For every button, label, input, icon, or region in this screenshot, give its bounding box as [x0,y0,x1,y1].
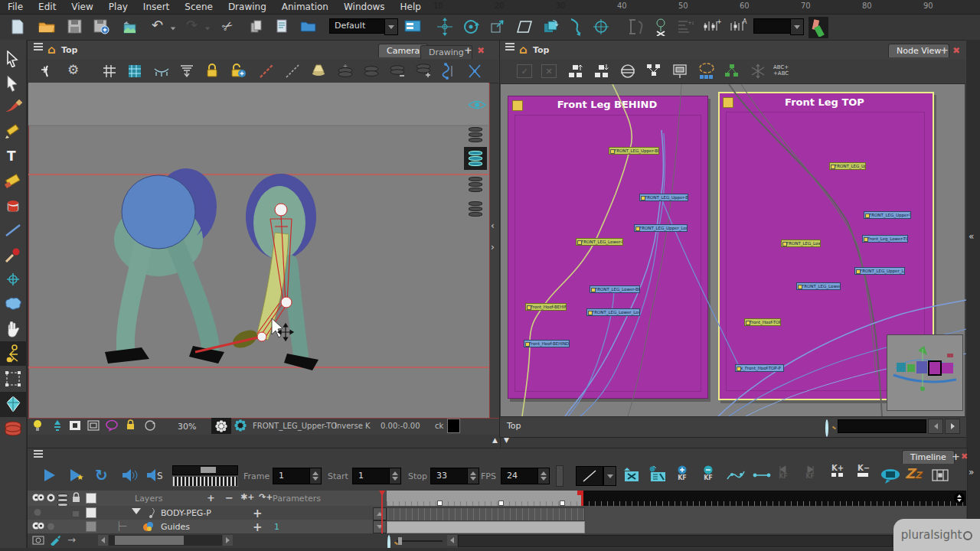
layers-hscroll-right-button[interactable] [223,535,233,546]
tools-manager-icon[interactable] [628,18,645,35]
node-add-view-button[interactable]: + [940,44,949,56]
interpolation-dropdown-arrow[interactable] [603,466,616,486]
save-button[interactable] [67,19,82,34]
show-hide-all-icon[interactable] [32,493,44,502]
colour-flower-icon[interactable] [234,419,247,432]
guides-colour-swatch[interactable] [86,521,96,532]
scene-marker-icon[interactable] [652,18,669,36]
layer-row-guides[interactable] [28,520,387,534]
node-front-hoof-top[interactable]: Front_Hoof-TOP [744,318,781,326]
eraser-tool-icon[interactable] [4,173,22,190]
node-front-leg-lower-lowpeg-behind[interactable]: FRONT_LEG_Lower_Low-Peg-BEHIND [586,308,640,316]
auto-render-toggle[interactable] [211,418,231,434]
render-play-button[interactable] [69,468,87,483]
expand-exposure-button[interactable]: K+ [830,465,845,478]
frame-mode-select[interactable] [753,18,792,34]
node-front-leg-lower-behind[interactable]: FRONT_LEG_Lower-BEHIND [576,238,623,246]
menu-edit[interactable]: Edit [31,1,64,13]
sound-toggle-button[interactable] [121,468,138,482]
segment-icon[interactable] [752,468,772,482]
layer-stack-add-icon[interactable] [337,63,354,78]
show-data-view-icon[interactable] [931,468,949,482]
tool-preset-select[interactable]: Default [329,18,390,34]
render-preview-icon[interactable] [32,419,43,432]
node-front-leg-upper-lowpeg-behind[interactable]: FRONT_LEG_Upper_Low-Peg-BEHIND [634,224,688,232]
node-navigator[interactable] [887,334,963,411]
panel-expand-right-icon[interactable]: › [491,242,495,253]
lock-all-icon[interactable] [71,492,81,504]
add-keyframe-icon[interactable] [40,64,55,79]
redo-button[interactable]: ↷ [186,17,198,33]
playhead[interactable] [381,491,383,533]
chat-overlay-icon[interactable] [106,419,119,432]
sub-node-tree-icon[interactable] [724,63,740,80]
element-stack-icon[interactable] [4,421,22,438]
loop-button[interactable]: ↻ [95,466,108,484]
stop-spinner-arrows[interactable] [467,468,479,484]
timeline-menu-icon[interactable] [34,450,43,452]
onion-skin-view-icon[interactable] [32,535,44,546]
onion-colour-all-swatch[interactable] [86,493,96,504]
layer-name-body-peg[interactable]: BODY-PEG-P [161,508,211,518]
rename-nodes-icon[interactable]: ABC++ABC [773,64,789,77]
camera-home-icon[interactable]: ⌂ [47,43,56,57]
timeline-close-view-button[interactable]: ✖ [961,452,968,461]
paint-tool-icon[interactable] [4,197,22,214]
camera-add-view-button[interactable]: + [464,44,472,56]
remove-keyframe-button[interactable]: KF [701,465,715,481]
node-breadcrumb[interactable]: Top [533,45,549,55]
node-front-leg-upper-top[interactable]: FRONT_LEG_Upper-TOP [829,162,866,170]
colour-override-icon[interactable] [808,17,828,38]
backdrop-lasso-icon[interactable] [697,62,716,80]
track-guides-exposure[interactable] [387,521,585,533]
add-peg-button[interactable]: ↷+ [259,492,273,502]
data-view-icon[interactable]: +a [677,18,694,35]
frame-spinner[interactable]: 1 [273,468,322,484]
frames-hscroll-left-button[interactable] [447,535,457,546]
previous-keyframe-button[interactable]: KF [776,465,790,480]
translate-tool-icon[interactable] [436,18,453,36]
brush-tool-icon[interactable] [4,99,22,116]
onion-skin-next-icon[interactable] [285,64,300,79]
menu-windows[interactable]: Windows [336,1,393,13]
body-peg-lock-icon[interactable] [71,507,80,517]
display-node-icon[interactable] [671,63,688,80]
layers-scroll-down-button[interactable] [373,520,387,533]
paint-mode-icon[interactable] [49,535,61,546]
align-view-icon[interactable] [179,64,194,79]
body-peg-colour-swatch[interactable] [86,507,96,518]
menu-play[interactable]: Play [101,1,136,13]
add-drawing-exposure-icon[interactable] [648,466,668,484]
fps-spinner-arrows[interactable] [537,468,549,484]
node-tree-icon[interactable] [645,63,662,80]
body-peg-visibility-icon[interactable] [32,508,43,517]
start-spinner-arrows[interactable] [389,468,400,484]
node-home-icon[interactable]: ⌂ [519,43,528,57]
add-drawing-layer-icon[interactable] [622,467,642,484]
reference-folder-icon[interactable] [300,20,316,32]
unlock-add-icon[interactable] [230,63,247,78]
copy-button[interactable] [250,19,263,34]
node-front-leg-upper-top-eg[interactable]: FRONT_LEG_Upper-TOP (eg) [864,211,911,219]
perspective-tool-icon[interactable] [4,297,22,312]
camera-mask-icon[interactable] [153,64,170,78]
morph-curve-icon[interactable] [441,63,456,80]
add-keyframe-button[interactable]: KF [675,465,689,481]
move-node-up-icon[interactable] [567,63,584,80]
cut-button[interactable]: ✂ [219,17,236,35]
fps-spinner[interactable]: 24 [501,468,550,484]
reduce-exposure-button[interactable]: K− [856,465,871,478]
layer-view-2-icon[interactable] [469,177,482,192]
text-tool-icon[interactable]: T [7,148,16,164]
polyline-tool-icon[interactable] [5,395,21,413]
menu-help[interactable]: Help [393,1,429,13]
dock-collapse-left-icon[interactable]: « [969,231,974,242]
camera-breadcrumb[interactable]: Top [61,45,77,55]
snap-grid-icon[interactable] [127,64,142,79]
new-scene-button[interactable] [11,19,24,34]
light-table-icon[interactable] [311,63,326,78]
undo-button[interactable]: ↶ [152,17,163,33]
toolbar-handle[interactable] [556,465,564,487]
backdrop-behind-title[interactable]: Front Leg BEHIND [508,99,707,110]
timeline-add-view-button[interactable]: + [952,451,960,462]
